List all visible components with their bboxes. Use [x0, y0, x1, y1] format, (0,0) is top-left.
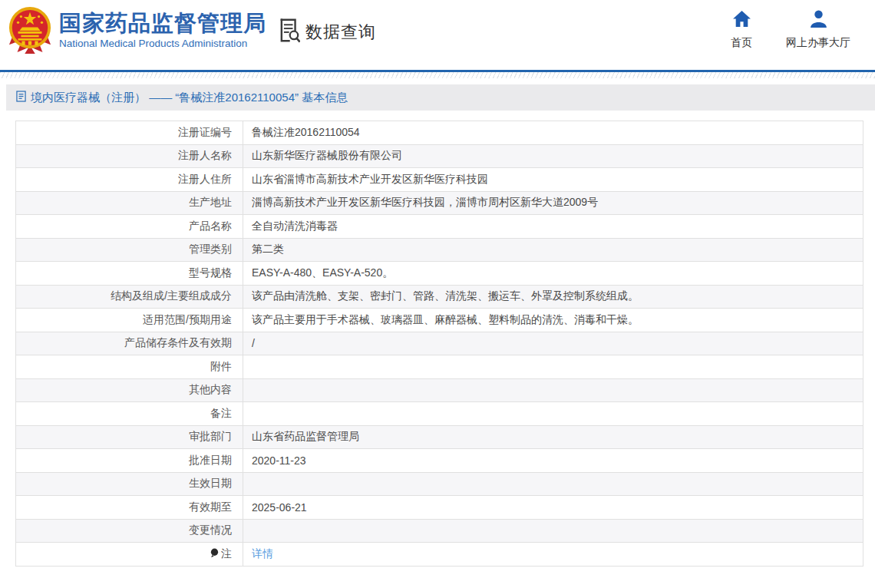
row-value	[243, 355, 863, 379]
table-row: 结构及组成/主要组成成分该产品由清洗舱、支架、密封门、管路、清洗架、搬运车、外罩…	[16, 285, 863, 309]
org-identity: 国家药品监督管理局 National Medical Products Admi…	[59, 10, 266, 50]
table-row: 生效日期	[16, 472, 863, 496]
row-label: 型号规格	[16, 262, 243, 286]
row-value: 2025-06-21	[243, 496, 863, 520]
table-row: 注详情	[16, 543, 863, 567]
row-label: 生产地址	[16, 191, 243, 215]
nav-item-service-hall[interactable]: 网上办事大厅	[786, 10, 850, 50]
data-query-section[interactable]: 数据查询	[278, 18, 376, 46]
row-label: 产品储存条件及有效期	[16, 332, 243, 355]
row-label: 注册人名称	[16, 144, 243, 168]
row-label: 注册证编号	[16, 121, 243, 145]
row-value: 山东省淄博市高新技术产业开发区新华医疗科技园	[243, 168, 863, 192]
national-emblem-icon	[8, 5, 52, 55]
row-value: 第二类	[243, 238, 863, 262]
row-value: 山东新华医疗器械股份有限公司	[243, 144, 863, 168]
table-row: 批准日期2020-11-23	[16, 449, 863, 473]
row-label: 管理类别	[16, 238, 243, 262]
row-label: 附件	[16, 355, 243, 379]
nav-item-label: 首页	[731, 36, 752, 50]
table-row: 适用范围/预期用途该产品主要用于手术器械、玻璃器皿、麻醉器械、塑料制品的清洗、消…	[16, 309, 863, 332]
row-value: 详情	[243, 543, 863, 567]
row-value: 鲁械注准20162110054	[243, 121, 863, 145]
hatch-stripe-band	[0, 72, 875, 78]
row-label: 变更情况	[16, 519, 243, 543]
row-label: 有效期至	[16, 496, 243, 520]
page-title: 境内医疗器械（注册） —— “鲁械注准20162110054” 基本信息	[31, 91, 348, 105]
org-name-en: National Medical Products Administration	[59, 38, 266, 50]
row-value: 全自动清洗消毒器	[243, 215, 863, 239]
table-row: 变更情况	[16, 519, 863, 543]
nav-item-label: 网上办事大厅	[786, 36, 850, 50]
row-label: 审批部门	[16, 425, 243, 449]
row-label: 注	[16, 543, 243, 567]
row-label: 适用范围/预期用途	[16, 309, 243, 332]
row-value: 2020-11-23	[243, 449, 863, 473]
document-icon	[16, 91, 26, 105]
breadcrumb: 境内医疗器械（注册） —— “鲁械注准20162110054” 基本信息	[6, 84, 875, 111]
row-label: 注册人住所	[16, 168, 243, 192]
table-row: 管理类别第二类	[16, 238, 863, 262]
table-row: 其他内容	[16, 378, 863, 402]
table-row: 注册证编号鲁械注准20162110054	[16, 121, 863, 145]
table-row: 产品名称全自动清洗消毒器	[16, 215, 863, 239]
org-name-zh: 国家药品监督管理局	[59, 10, 266, 36]
detail-link[interactable]: 详情	[252, 547, 273, 560]
table-row: 注册人住所山东省淄博市高新技术产业开发区新华医疗科技园	[16, 168, 863, 192]
top-nav: 首页 网上办事大厅	[731, 10, 850, 50]
table-row: 产品储存条件及有效期/	[16, 332, 863, 355]
user-icon	[809, 10, 828, 31]
row-label: 备注	[16, 402, 243, 426]
row-value	[243, 378, 863, 402]
row-value: 该产品主要用于手术器械、玻璃器皿、麻醉器械、塑料制品的清洗、消毒和干燥。	[243, 309, 863, 332]
note-icon	[210, 548, 219, 560]
info-table: 注册证编号鲁械注准20162110054注册人名称山东新华医疗器械股份有限公司注…	[15, 121, 863, 567]
table-row: 型号规格EASY-A-480、EASY-A-520。	[16, 262, 863, 286]
row-value	[243, 519, 863, 543]
table-row: 有效期至2025-06-21	[16, 496, 863, 520]
table-row: 备注	[16, 402, 863, 426]
row-label: 批准日期	[16, 449, 243, 473]
row-value: EASY-A-480、EASY-A-520。	[243, 262, 863, 286]
data-query-icon	[278, 18, 300, 46]
row-value: /	[243, 332, 863, 355]
nav-item-home[interactable]: 首页	[731, 10, 752, 50]
table-row: 审批部门山东省药品监督管理局	[16, 425, 863, 449]
row-label: 其他内容	[16, 378, 243, 402]
row-label: 生效日期	[16, 472, 243, 496]
row-value: 该产品由清洗舱、支架、密封门、管路、清洗架、搬运车、外罩及控制系统组成。	[243, 285, 863, 309]
row-value: 山东省药品监督管理局	[243, 425, 863, 449]
row-value	[243, 472, 863, 496]
data-query-label: 数据查询	[305, 21, 376, 44]
page-header: 国家药品监督管理局 National Medical Products Admi…	[0, 0, 875, 70]
info-table-body: 注册证编号鲁械注准20162110054注册人名称山东新华医疗器械股份有限公司注…	[16, 121, 863, 567]
table-row: 生产地址淄博高新技术产业开发区新华医疗科技园，淄博市周村区新华大道2009号	[16, 191, 863, 215]
table-row: 附件	[16, 355, 863, 379]
row-value	[243, 402, 863, 426]
home-icon	[732, 10, 751, 31]
table-row: 注册人名称山东新华医疗器械股份有限公司	[16, 144, 863, 168]
row-value: 淄博高新技术产业开发区新华医疗科技园，淄博市周村区新华大道2009号	[243, 191, 863, 215]
row-label: 产品名称	[16, 215, 243, 239]
row-label: 结构及组成/主要组成成分	[16, 285, 243, 309]
